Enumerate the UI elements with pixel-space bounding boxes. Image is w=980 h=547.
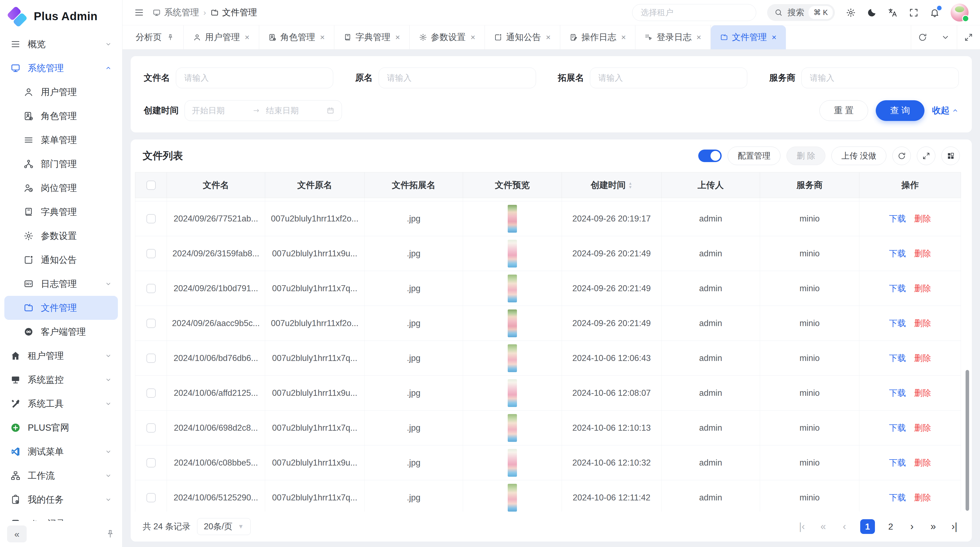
file-preview-thumbnail[interactable] <box>508 484 517 512</box>
dark-mode-moon-icon[interactable] <box>867 8 877 18</box>
delete-link[interactable]: 删除 <box>914 422 931 434</box>
tab-通知公告[interactable]: 通知公告× <box>485 26 560 49</box>
sidebar-item-系统监控[interactable]: 系统监控 <box>4 368 118 392</box>
next-jump-button[interactable]: » <box>928 521 939 532</box>
row-checkbox[interactable] <box>146 319 156 328</box>
tab-字典管理[interactable]: 字典管理× <box>334 26 410 49</box>
refresh-table-icon[interactable] <box>892 147 911 165</box>
maximize-content-icon[interactable] <box>957 26 980 49</box>
reset-button[interactable]: 重 置 <box>819 100 868 121</box>
prev-page-button[interactable]: ‹ <box>839 521 850 532</box>
refresh-tab-icon[interactable] <box>911 26 934 49</box>
delete-link[interactable]: 删除 <box>914 457 931 469</box>
tab-文件管理[interactable]: 文件管理× <box>711 26 786 49</box>
close-tab-icon[interactable]: × <box>471 33 476 42</box>
column-header-创建时间[interactable]: 创建时间▲▼ <box>562 172 662 198</box>
user-avatar[interactable] <box>951 3 969 22</box>
download-link[interactable]: 下载 <box>889 457 906 469</box>
row-checkbox[interactable] <box>146 284 156 293</box>
delete-button[interactable]: 删 除 <box>786 147 825 165</box>
sidebar-item-我的任务[interactable]: 我的任务 <box>4 488 118 512</box>
sidebar-collapse-button[interactable]: « <box>7 525 27 542</box>
fullscreen-icon[interactable] <box>909 8 919 18</box>
sidebar-item-通知公告[interactable]: 通知公告 <box>4 248 118 272</box>
sidebar-item-客户端管理[interactable]: 客户端管理 <box>4 320 118 344</box>
column-settings-icon[interactable] <box>941 147 960 165</box>
sidebar-item-租户管理[interactable]: 租户管理 <box>4 344 118 368</box>
sidebar-item-日志管理[interactable]: DEV日志管理 <box>4 272 118 296</box>
download-link[interactable]: 下载 <box>889 248 906 259</box>
row-checkbox[interactable] <box>146 214 156 223</box>
tenant-select-input[interactable] <box>632 4 756 21</box>
tab-参数设置[interactable]: 参数设置× <box>410 26 485 49</box>
filter-input-原名[interactable] <box>379 67 536 88</box>
notifications-bell-button[interactable] <box>930 8 940 18</box>
page-2[interactable]: 2 <box>885 521 896 532</box>
download-link[interactable]: 下载 <box>889 492 906 503</box>
delete-link[interactable]: 删除 <box>914 317 931 329</box>
file-preview-thumbnail[interactable] <box>508 309 517 337</box>
tab-操作日志[interactable]: 操作日志× <box>560 26 636 49</box>
download-link[interactable]: 下载 <box>889 283 906 294</box>
delete-link[interactable]: 删除 <box>914 213 931 225</box>
settings-gear-icon[interactable] <box>846 8 856 18</box>
filter-input-文件名[interactable] <box>176 67 333 88</box>
search-panel-toggle[interactable] <box>698 150 722 162</box>
page-1[interactable]: 1 <box>860 519 875 534</box>
filter-input-服务商[interactable] <box>802 67 959 88</box>
close-tab-icon[interactable]: × <box>696 33 701 42</box>
delete-link[interactable]: 删除 <box>914 352 931 364</box>
delete-link[interactable]: 删除 <box>914 283 931 294</box>
logo[interactable]: Plus Admin <box>0 0 122 29</box>
delete-link[interactable]: 删除 <box>914 248 931 259</box>
close-tab-icon[interactable]: × <box>395 33 400 42</box>
file-preview-thumbnail[interactable] <box>508 205 517 233</box>
download-link[interactable]: 下载 <box>889 213 906 225</box>
collapse-filters-link[interactable]: 收起 <box>932 105 959 116</box>
row-checkbox[interactable] <box>146 354 156 363</box>
table-scrollbar-thumb[interactable] <box>966 370 969 511</box>
sidebar-item-岗位管理[interactable]: 岗位管理 <box>4 176 118 200</box>
file-preview-thumbnail[interactable] <box>508 379 517 407</box>
date-range-picker[interactable]: 开始日期 结束日期 <box>185 100 342 121</box>
sidebar-item-系统管理[interactable]: 系统管理 <box>4 56 118 80</box>
sidebar-item-文件管理[interactable]: 文件管理 <box>4 296 118 320</box>
row-checkbox[interactable] <box>146 493 156 502</box>
delete-link[interactable]: 删除 <box>914 492 931 503</box>
sidebar-item-PLUS官网[interactable]: PLUS官网 <box>4 416 118 440</box>
file-preview-thumbnail[interactable] <box>508 344 517 372</box>
file-preview-thumbnail[interactable] <box>508 414 517 442</box>
pin-icon[interactable] <box>105 529 115 539</box>
first-page-button[interactable]: |‹ <box>797 521 807 532</box>
page-size-select[interactable]: 20条/页 ▼ <box>197 518 251 535</box>
sidebar-item-系统工具[interactable]: 系统工具 <box>4 392 118 416</box>
sort-carets-icon[interactable]: ▲▼ <box>628 182 632 189</box>
sidebar-item-角色管理[interactable]: 角色管理 <box>4 104 118 128</box>
filter-input-拓展名[interactable] <box>590 67 747 88</box>
row-checkbox[interactable] <box>146 388 156 398</box>
config-manage-button[interactable]: 配置管理 <box>728 147 780 165</box>
tab-menu-chevron-icon[interactable] <box>934 26 957 49</box>
close-tab-icon[interactable]: × <box>245 33 250 42</box>
breadcrumb-item-文件管理[interactable]: 文件管理 <box>210 6 257 19</box>
download-link[interactable]: 下载 <box>889 352 906 364</box>
breadcrumb-item-系统管理[interactable]: 系统管理 <box>153 6 199 19</box>
upload-button[interactable]: 上传 没做 <box>831 147 886 165</box>
prev-jump-button[interactable]: « <box>818 521 829 532</box>
hamburger-menu-icon[interactable] <box>134 7 144 18</box>
close-tab-icon[interactable]: × <box>772 33 776 42</box>
sidebar-item-菜单管理[interactable]: 菜单管理 <box>4 128 118 152</box>
sidebar-item-概览[interactable]: 概览 <box>4 32 118 56</box>
last-page-button[interactable]: ›| <box>949 521 960 532</box>
sidebar-item-用户管理[interactable]: 用户管理 <box>4 80 118 104</box>
sidebar-item-参数设置[interactable]: 参数设置 <box>4 224 118 248</box>
row-checkbox[interactable] <box>146 423 156 432</box>
close-tab-icon[interactable]: × <box>546 33 551 42</box>
file-preview-thumbnail[interactable] <box>508 449 517 477</box>
row-checkbox[interactable] <box>146 458 156 467</box>
row-checkbox[interactable] <box>146 249 156 258</box>
sidebar-item-测试菜单[interactable]: 测试菜单 <box>4 440 118 464</box>
tab-用户管理[interactable]: 用户管理× <box>184 26 259 49</box>
download-link[interactable]: 下载 <box>889 422 906 434</box>
translate-icon[interactable] <box>888 8 898 18</box>
